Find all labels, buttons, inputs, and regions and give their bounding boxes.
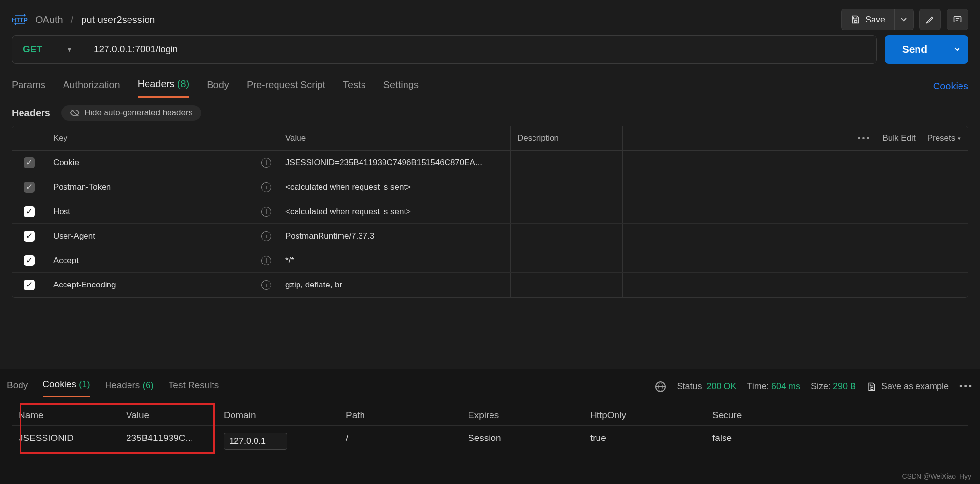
chevron-down-icon	[901, 18, 907, 22]
url-input[interactable]	[84, 36, 876, 63]
save-example-label: Save as example	[881, 381, 949, 392]
edit-button[interactable]	[919, 9, 941, 30]
save-icon	[851, 15, 860, 24]
resp-tab-cookies-count: (1)	[79, 379, 90, 389]
header-key: Cookie	[53, 158, 79, 168]
header-row[interactable]: ✓Hosti<calculated when request is sent>	[12, 199, 968, 224]
headers-title: Headers	[12, 108, 50, 119]
save-as-example-button[interactable]: Save as example	[867, 381, 949, 392]
checkbox[interactable]: ✓	[24, 206, 35, 217]
resp-tab-headers[interactable]: Headers (6)	[105, 377, 153, 396]
header-row[interactable]: ✓Postman-Tokeni<calculated when request …	[12, 175, 968, 199]
header-key: Postman-Token	[53, 182, 111, 192]
cookie-path: /	[346, 433, 468, 450]
cookie-expires: Session	[468, 433, 590, 450]
info-icon[interactable]: i	[261, 231, 271, 241]
send-dropdown-button[interactable]	[945, 35, 968, 64]
checkbox[interactable]: ✓	[24, 231, 35, 242]
http-icon: HTTP	[12, 14, 28, 25]
cookie-value: 235B411939C...	[126, 433, 224, 450]
header-value: */*	[285, 256, 294, 265]
header-row[interactable]: ✓User-AgentiPostmanRuntime/7.37.3	[12, 224, 968, 248]
cookie-httponly: true	[590, 433, 712, 450]
info-icon[interactable]: i	[261, 280, 271, 290]
status-value: 200 OK	[706, 381, 736, 391]
chevron-down-icon: ▼	[66, 46, 73, 53]
headers-table: Key Value Description ••• Bulk Edit Pres…	[12, 126, 968, 298]
breadcrumb: OAuth / put user2session	[35, 14, 155, 25]
resp-tab-headers-label: Headers	[105, 380, 140, 390]
watermark: CSDN @WeiXiao_Hyy	[902, 472, 971, 480]
ck-col-expires: Expires	[468, 410, 590, 420]
resp-tab-body[interactable]: Body	[7, 377, 28, 396]
cookie-domain-input[interactable]	[224, 433, 287, 450]
eye-off-icon	[70, 109, 80, 117]
tab-settings[interactable]: Settings	[383, 75, 419, 97]
cookies-link[interactable]: Cookies	[933, 81, 968, 92]
ck-col-name: Name	[19, 410, 126, 420]
header-value: JSESSIONID=235B411939C7496B151546C870EA.…	[285, 158, 482, 168]
checkbox[interactable]: ✓	[24, 157, 35, 168]
info-icon[interactable]: i	[261, 158, 271, 168]
size-value: 290 B	[833, 381, 856, 391]
info-icon[interactable]: i	[261, 256, 271, 265]
comment-icon	[953, 15, 962, 24]
hide-auto-label: Hide auto-generated headers	[85, 108, 192, 118]
header-key: Accept-Encoding	[53, 280, 116, 290]
header-value: PostmanRuntime/7.37.3	[285, 231, 374, 241]
checkbox[interactable]: ✓	[24, 182, 35, 193]
header-row[interactable]: ✓Accept-Encodingigzip, deflate, br	[12, 273, 968, 297]
more-actions-icon[interactable]: •••	[858, 133, 871, 143]
breadcrumb-separator: /	[71, 14, 74, 25]
header-key: User-Agent	[53, 231, 95, 241]
tab-body[interactable]: Body	[207, 75, 229, 97]
resp-tab-test-results[interactable]: Test Results	[169, 377, 219, 396]
status-label: Status:	[677, 381, 704, 391]
cookie-name: JSESSIONID	[19, 433, 126, 450]
size-label: Size:	[811, 381, 831, 391]
tab-tests[interactable]: Tests	[343, 75, 366, 97]
resp-tab-cookies[interactable]: Cookies (1)	[43, 376, 90, 397]
globe-icon[interactable]	[655, 381, 666, 392]
tab-headers[interactable]: Headers (8)	[138, 74, 190, 98]
chevron-down-icon: ▾	[958, 135, 961, 142]
svg-text:HTTP: HTTP	[12, 17, 28, 23]
checkbox[interactable]: ✓	[24, 255, 35, 266]
col-description: Description	[511, 126, 623, 150]
header-key: Host	[53, 207, 70, 217]
col-value: Value	[278, 126, 511, 150]
header-row[interactable]: ✓Accepti*/*	[12, 248, 968, 273]
bulk-edit-link[interactable]: Bulk Edit	[883, 133, 916, 143]
cookie-secure: false	[712, 433, 839, 450]
hide-auto-headers-toggle[interactable]: Hide auto-generated headers	[61, 105, 201, 121]
save-button[interactable]: Save	[841, 9, 894, 30]
more-icon[interactable]: •••	[959, 381, 973, 392]
ck-col-domain: Domain	[224, 410, 346, 420]
col-key: Key	[46, 126, 278, 150]
info-icon[interactable]: i	[261, 182, 271, 192]
svg-rect-1	[954, 16, 961, 22]
tab-authorization[interactable]: Authorization	[63, 75, 120, 97]
breadcrumb-folder[interactable]: OAuth	[35, 14, 63, 25]
ck-col-value: Value	[126, 410, 224, 420]
tab-headers-count: (8)	[177, 78, 189, 89]
save-dropdown-button[interactable]	[894, 9, 914, 30]
comments-button[interactable]	[947, 9, 968, 30]
checkbox[interactable]: ✓	[24, 280, 35, 290]
pencil-icon	[925, 15, 935, 24]
ck-col-path: Path	[346, 410, 468, 420]
chevron-down-icon	[954, 47, 960, 51]
send-button[interactable]: Send	[885, 35, 945, 64]
resp-tab-headers-count: (6)	[143, 380, 154, 390]
tab-headers-label: Headers	[138, 78, 175, 89]
tab-prerequest[interactable]: Pre-request Script	[247, 75, 325, 97]
method-value: GET	[23, 44, 42, 55]
cookie-row[interactable]: JSESSIONID 235B411939C... / Session true…	[12, 426, 968, 457]
header-value: <calculated when request is sent>	[285, 182, 411, 192]
info-icon[interactable]: i	[261, 207, 271, 217]
breadcrumb-request[interactable]: put user2session	[81, 14, 155, 25]
method-select[interactable]: GET ▼	[12, 36, 84, 63]
header-row[interactable]: ✓CookieiJSESSIONID=235B411939C7496B15154…	[12, 151, 968, 175]
presets-dropdown[interactable]: Presets ▾	[927, 133, 961, 143]
tab-params[interactable]: Params	[12, 75, 45, 97]
